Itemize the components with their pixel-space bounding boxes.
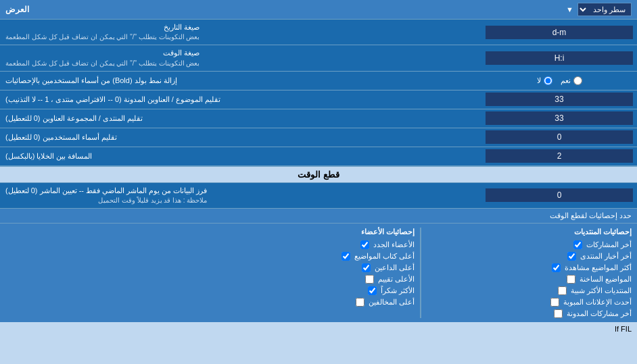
cb-top-rated-input[interactable] (365, 275, 374, 284)
date-format-label: صيغة التاريخ بعض التكوينات يتطلب "/" الت… (0, 20, 481, 45)
cb-recent-topics-label: المواضيع الساخنة (580, 275, 632, 284)
users-count-label: تقليم أسماء المستخدمين (0 للتعطيل) (0, 128, 481, 147)
cb-forum-news-input[interactable] (567, 252, 576, 261)
cb-last-posts-input[interactable] (573, 240, 582, 249)
checkboxes-container: إحصائيات المنتديات أخر المشاركات أخر أخب… (0, 224, 637, 322)
cb-top-callers[interactable]: أعلى الداعين (210, 263, 415, 272)
cb-forum-news[interactable]: أخر أخبار المنتدى (427, 252, 632, 261)
cb-top-referrers-label: أعلى المخالفين (369, 298, 415, 307)
time-format-input-wrap (481, 45, 637, 70)
forum-count-row: تقليم المنتدى / المجموعة العناوين (0 للت… (0, 109, 637, 128)
topics-count-input-wrap (481, 90, 637, 109)
member-stats-header: إحصائيات الأعضاء (210, 228, 415, 236)
cb-most-similar[interactable]: المنتديات الأكثر شبية (427, 286, 632, 295)
cb-recent-ads[interactable]: أحدث الإعلانات المبوبة (427, 298, 632, 307)
time-format-input[interactable] (486, 51, 633, 65)
cb-most-viewed-input[interactable] (552, 263, 561, 272)
cutoff-label-note: ملاحظة : هذا قد يزيد قليلاً وقت التحميل (5, 196, 207, 205)
cb-most-thanked-input[interactable] (368, 286, 377, 295)
forum-count-input[interactable] (486, 111, 633, 125)
cb-most-similar-label: المنتديات الأكثر شبية (571, 286, 632, 295)
forum-count-label: تقليم المنتدى / المجموعة العناوين (0 للت… (0, 109, 481, 128)
date-format-input-wrap (481, 20, 637, 45)
date-format-title: صيغة التاريخ (5, 22, 199, 32)
forum-stats-header: إحصائيات المنتديات (427, 228, 632, 236)
cb-new-members-label: الأعضاء الجدد (373, 240, 415, 249)
radio-yes-text: نعم (561, 76, 571, 85)
date-format-row: صيغة التاريخ بعض التكوينات يتطلب "/" الت… (0, 20, 637, 45)
cb-recent-ads-label: أحدث الإعلانات المبوبة (563, 298, 632, 307)
cb-recent-topics-input[interactable] (567, 275, 575, 284)
stats-label: حدد إحصائيات لقطع الوقت (5, 211, 632, 220)
radio-yes-label[interactable]: نعم (561, 76, 582, 85)
header-title: العرض (5, 5, 29, 14)
cb-new-members-input[interactable] (360, 240, 369, 249)
column-divider (420, 228, 421, 318)
bottom-text-area: If FIL (0, 322, 637, 336)
cb-top-rated-label: الأعلى تقييم (378, 275, 415, 284)
cb-top-rated[interactable]: الأعلى تقييم (210, 275, 415, 284)
header-row: سطر واحد سطران ثلاثة أسطر ▼ العرض (0, 0, 637, 20)
bold-radio-row: نعم لا إزالة نمط بولد (Bold) من أسماء ال… (0, 72, 637, 90)
spacer (5, 228, 210, 318)
cutoff-input-wrap (481, 183, 637, 208)
radio-yes[interactable] (573, 76, 582, 85)
cb-last-posts[interactable]: أخر المشاركات (427, 240, 632, 249)
users-count-input-wrap (481, 128, 637, 147)
cb-last-pinned-label: أخر مشاركات المدونة (567, 309, 632, 318)
cb-last-posts-label: أخر المشاركات (586, 240, 632, 249)
cb-top-referrers[interactable]: أعلى المخالفين (210, 298, 415, 307)
bold-radio-label: إزالة نمط بولد (Bold) من أسماء المستخدمي… (0, 73, 481, 88)
bottom-text: If FIL (615, 325, 632, 333)
date-format-input[interactable] (486, 26, 633, 39)
topics-count-row: تقليم الموضوع / العناوين المدونة (0 -- ا… (0, 90, 637, 109)
users-count-input[interactable] (486, 130, 633, 144)
cb-top-posters[interactable]: أعلى كتاب المواضيع (210, 252, 415, 261)
cell-spacing-input-wrap (481, 147, 637, 165)
bold-radio-cell: نعم لا (481, 74, 637, 88)
cb-most-thanked-label: الأكثر شكراً (381, 286, 415, 295)
display-select[interactable]: سطر واحد سطران ثلاثة أسطر (577, 3, 632, 16)
forum-stats-column: إحصائيات المنتديات أخر المشاركات أخر أخب… (427, 228, 632, 318)
main-container: سطر واحد سطران ثلاثة أسطر ▼ العرض صيغة ا… (0, 0, 637, 336)
cb-recent-ads-input[interactable] (550, 298, 559, 307)
topics-count-input[interactable] (486, 93, 633, 106)
select-label-text: ▼ (566, 5, 573, 14)
radio-no-label[interactable]: لا (537, 76, 552, 85)
users-count-row: تقليم أسماء المستخدمين (0 للتعطيل) (0, 128, 637, 147)
cutoff-input[interactable] (486, 188, 633, 202)
cb-top-callers-label: أعلى الداعين (375, 263, 415, 272)
cell-spacing-label: المسافة بين الخلايا (بالبكسل) (0, 147, 481, 165)
cell-spacing-row: المسافة بين الخلايا (بالبكسل) (0, 147, 637, 166)
cb-new-members[interactable]: الأعضاء الجدد (210, 240, 415, 249)
cb-most-viewed-label: أكثر المواضيع مشاهدة (565, 263, 632, 272)
cb-last-pinned-input[interactable] (554, 309, 563, 318)
cb-most-viewed[interactable]: أكثر المواضيع مشاهدة (427, 263, 632, 272)
cb-top-callers-input[interactable] (362, 263, 371, 272)
select-wrap: سطر واحد سطران ثلاثة أسطر ▼ (566, 3, 632, 16)
time-format-label: صيغة الوقت بعض التكوينات يتطلب "/" التي … (0, 45, 481, 70)
radio-no-text: لا (537, 76, 541, 85)
time-format-sublabel: بعض التكوينات يتطلب "/" التي يمكن ان تضا… (5, 59, 199, 68)
cutoff-label-title: فرز البيانات من يوم الماشر الماضي فقط --… (5, 186, 207, 196)
cb-most-thanked[interactable]: الأكثر شكراً (210, 286, 415, 295)
forum-count-input-wrap (481, 109, 637, 128)
date-format-sublabel: بعض التكوينات يتطلب "/" التي يمكن ان تضا… (5, 32, 199, 42)
cell-spacing-input[interactable] (486, 149, 633, 163)
topics-count-label: تقليم الموضوع / العناوين المدونة (0 -- ا… (0, 90, 481, 109)
cb-forum-news-label: أخر أخبار المنتدى (580, 252, 632, 261)
cb-top-referrers-input[interactable] (356, 298, 364, 307)
stats-section: حدد إحصائيات لقطع الوقت (0, 209, 637, 224)
cb-recent-topics[interactable]: المواضيع الساخنة (427, 275, 632, 284)
cutoff-section-header: قطع الوقت (0, 166, 637, 183)
cutoff-row: فرز البيانات من يوم الماشر الماضي فقط --… (0, 183, 637, 209)
time-format-title: صيغة الوقت (5, 48, 199, 58)
cb-most-similar-input[interactable] (558, 286, 567, 295)
cb-top-posters-input[interactable] (341, 252, 350, 261)
cutoff-label: فرز البيانات من يوم الماشر الماضي فقط --… (0, 183, 481, 208)
member-stats-column: إحصائيات الأعضاء الأعضاء الجدد أعلى كتاب… (210, 228, 415, 318)
time-format-row: صيغة الوقت بعض التكوينات يتطلب "/" التي … (0, 45, 637, 71)
radio-no[interactable] (544, 76, 552, 85)
cb-last-pinned[interactable]: أخر مشاركات المدونة (427, 309, 632, 318)
cutoff-section-title: قطع الوقت (298, 170, 339, 180)
